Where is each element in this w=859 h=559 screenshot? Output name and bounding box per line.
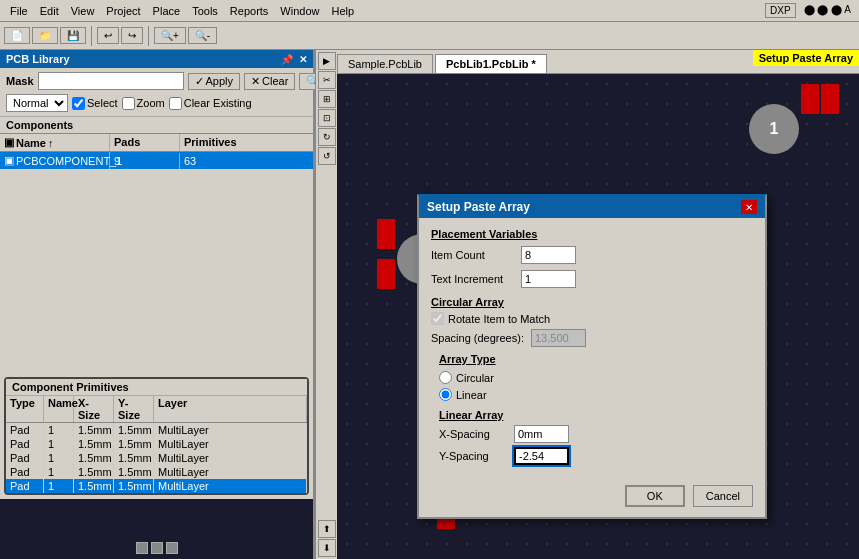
toolbar-undo[interactable]: ↩ <box>97 27 119 44</box>
cancel-button[interactable]: Cancel <box>693 485 753 507</box>
toolbar-new[interactable]: 📄 <box>4 27 30 44</box>
dialog-close-button[interactable]: ✕ <box>741 200 757 214</box>
tab-bar: Sample.PcbLib PcbLib1.PcbLib * Setup Pas… <box>337 50 859 74</box>
item-count-row: Item Count <box>431 246 616 264</box>
comp-pads: 9 <box>110 153 180 169</box>
tab-sample-pcblib[interactable]: Sample.PcbLib <box>337 54 433 73</box>
circular-radio-label[interactable]: Circular <box>439 371 584 384</box>
component-preview <box>0 499 313 559</box>
linear-radio-label[interactable]: Linear <box>439 388 584 401</box>
dialog-footer: OK Cancel <box>419 479 765 517</box>
circular-array-section: Circular Array Rotate Item to Match Spac… <box>431 296 616 347</box>
circular-label: Circular <box>456 372 494 384</box>
menu-help[interactable]: Help <box>325 3 360 19</box>
prim-row-1[interactable]: Pad 1 1.5mm 1.5mm MultiLayer <box>6 423 307 437</box>
mask-input[interactable] <box>38 72 184 90</box>
panel-close-icon[interactable]: ✕ <box>299 54 307 65</box>
item-count-input[interactable] <box>521 246 576 264</box>
select-checkbox-label[interactable]: Select <box>72 97 118 110</box>
left-panel: PCB Library 📌 ✕ Mask ✓ Apply ✕ Clear <box>0 50 315 559</box>
col-header-pads: Pads <box>110 134 180 151</box>
y-spacing-row: Y-Spacing <box>439 447 584 465</box>
clear-existing-checkbox[interactable] <box>169 97 182 110</box>
y-spacing-input[interactable] <box>514 447 569 465</box>
linear-array-section: Linear Array X-Spacing Y-Spacing <box>439 409 584 465</box>
toolbar-zoom-in[interactable]: 🔍+ <box>154 27 186 44</box>
prim-row-4[interactable]: Pad 1 1.5mm 1.5mm MultiLayer <box>6 465 307 479</box>
placement-variables-title: Placement Variables <box>431 228 616 240</box>
linear-radio[interactable] <box>439 388 452 401</box>
menu-project[interactable]: Project <box>100 3 146 19</box>
prim-row-2[interactable]: Pad 1 1.5mm 1.5mm MultiLayer <box>6 437 307 451</box>
linear-label: Linear <box>456 389 487 401</box>
spacing-degrees-label: Spacing (degrees): <box>431 332 531 344</box>
primitives-table-header: Type Name X-Size Y-Size Layer <box>6 396 307 423</box>
apply-button[interactable]: ✓ Apply <box>188 73 241 90</box>
main-layout: PCB Library 📌 ✕ Mask ✓ Apply ✕ Clear <box>0 50 859 559</box>
menu-view[interactable]: View <box>65 3 101 19</box>
left-vertical-toolbar: ▶ ✂ ⊞ ⊡ ↻ ↺ ⬆ ⬇ <box>315 50 337 559</box>
menu-tools[interactable]: Tools <box>186 3 224 19</box>
components-title: Components <box>0 117 313 133</box>
zoom-checkbox[interactable] <box>122 97 135 110</box>
array-type-title: Array Type <box>439 353 584 365</box>
apply-checkmark-icon: ✓ <box>195 75 204 88</box>
menu-reports[interactable]: Reports <box>224 3 275 19</box>
menu-window[interactable]: Window <box>274 3 325 19</box>
mask-section: Mask ✓ Apply ✕ Clear 🔍 Magnify Normal <box>0 68 313 117</box>
vtb-btn-6[interactable]: ↺ <box>318 147 336 165</box>
menu-file[interactable]: File <box>4 3 34 19</box>
y-spacing-label: Y-Spacing <box>439 450 514 462</box>
vtb-btn-2[interactable]: ✂ <box>318 71 336 89</box>
dialog-title-bar: Setup Paste Array ✕ <box>419 196 765 218</box>
toolbar-save[interactable]: 💾 <box>60 27 86 44</box>
components-table-header: ▣ Name ↑ Pads Primitives <box>0 133 313 152</box>
rotate-item-checkbox[interactable] <box>431 312 444 325</box>
prim-row-5[interactable]: Pad 1 1.5mm 1.5mm MultiLayer <box>6 479 307 493</box>
text-increment-input[interactable] <box>521 270 576 288</box>
toolbar-zoom-out[interactable]: 🔍- <box>188 27 217 44</box>
linear-array-title: Linear Array <box>439 409 584 421</box>
primitives-title: Component Primitives <box>6 379 307 396</box>
x-spacing-row: X-Spacing <box>439 425 584 443</box>
select-checkbox[interactable] <box>72 97 85 110</box>
dialog-right-section: Array Type Circular Linear <box>439 353 584 469</box>
x-spacing-input[interactable] <box>514 425 569 443</box>
vtb-btn-bottom-1[interactable]: ⬆ <box>318 520 336 538</box>
menu-place[interactable]: Place <box>147 3 187 19</box>
vtb-btn-1[interactable]: ▶ <box>318 52 336 70</box>
circular-radio[interactable] <box>439 371 452 384</box>
clear-existing-checkbox-label[interactable]: Clear Existing <box>169 97 252 110</box>
setup-paste-array-dialog: Setup Paste Array ✕ Placement Variables … <box>417 194 767 519</box>
text-increment-row: Text Increment <box>431 270 616 288</box>
col-header-primitives: Primitives <box>180 134 313 151</box>
vtb-btn-bottom-2[interactable]: ⬇ <box>318 539 336 557</box>
toolbar-open[interactable]: 📁 <box>32 27 58 44</box>
clear-button[interactable]: ✕ Clear <box>244 73 295 90</box>
normal-select[interactable]: Normal <box>6 94 68 112</box>
zoom-checkbox-label[interactable]: Zoom <box>122 97 165 110</box>
dialog-title: Setup Paste Array <box>427 200 530 214</box>
text-increment-label: Text Increment <box>431 273 521 285</box>
prim-col-name: Name <box>44 396 74 422</box>
sort-arrow-icon: ↑ <box>48 137 54 149</box>
menu-edit[interactable]: Edit <box>34 3 65 19</box>
prim-col-layer: Layer <box>154 396 307 422</box>
menu-bar: File Edit View Project Place Tools Repor… <box>0 0 859 22</box>
components-list[interactable]: ▣ PCBCOMPONENT_1 9 63 <box>0 152 313 373</box>
toolbar-redo[interactable]: ↪ <box>121 27 143 44</box>
clear-x-icon: ✕ <box>251 75 260 88</box>
dialog-overlay: Setup Paste Array ✕ Placement Variables … <box>337 74 859 559</box>
spacing-degrees-row: Spacing (degrees): <box>431 329 616 347</box>
prim-row-3[interactable]: Pad 1 1.5mm 1.5mm MultiLayer <box>6 451 307 465</box>
vtb-btn-4[interactable]: ⊡ <box>318 109 336 127</box>
col-header-name: ▣ Name ↑ <box>0 134 110 151</box>
tab-pcblib1[interactable]: PcbLib1.PcbLib * <box>435 54 547 73</box>
component-row[interactable]: ▣ PCBCOMPONENT_1 9 63 <box>0 152 313 169</box>
vtb-btn-3[interactable]: ⊞ <box>318 90 336 108</box>
vtb-btn-5[interactable]: ↻ <box>318 128 336 146</box>
panel-pin-icon[interactable]: 📌 <box>281 54 293 65</box>
ok-button[interactable]: OK <box>625 485 685 507</box>
pcb-canvas: 1 1 1 Setup Paste A <box>337 74 859 559</box>
circular-array-title: Circular Array <box>431 296 616 308</box>
